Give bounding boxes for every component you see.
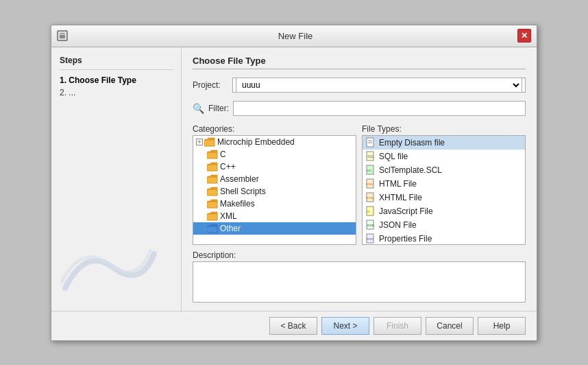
step-1-label: Choose File Type xyxy=(69,75,136,85)
step-2-number: 2. xyxy=(60,88,66,97)
filetypes-panel: File Types: Empty Disasm file SQ xyxy=(362,124,526,245)
filetype-empty-disasm[interactable]: Empty Disasm file xyxy=(363,136,525,150)
file-icon-html: HTML xyxy=(365,178,376,189)
step-2: 2. ... xyxy=(60,88,173,97)
filetype-html-label: HTML File xyxy=(379,179,417,189)
category-xml[interactable]: XML xyxy=(193,210,356,222)
project-row: Project: uuuu xyxy=(193,78,526,93)
filetypes-list: Empty Disasm file SQL SQL file xyxy=(362,135,526,245)
folder-icon-microchip xyxy=(204,137,215,147)
file-icon-javascript: JS xyxy=(365,206,376,217)
description-section: Description: xyxy=(193,250,526,303)
filetype-properties[interactable]: PROP Properties File xyxy=(363,232,525,245)
file-icon-json: JSON xyxy=(365,220,376,231)
category-other[interactable]: Other xyxy=(193,222,356,235)
help-button[interactable]: Help xyxy=(478,317,526,335)
filetype-javascript-label: JavaScript File xyxy=(379,207,433,216)
filetype-javascript[interactable]: JS JavaScript File xyxy=(363,204,525,218)
new-file-dialog: New File ✕ Steps 1. Choose File Type 2. … xyxy=(51,25,537,341)
category-c[interactable]: C xyxy=(193,148,356,161)
folder-icon-cpp xyxy=(207,162,218,172)
file-icon-scltemplate: SCL xyxy=(365,165,376,176)
category-makefiles[interactable]: Makefiles xyxy=(193,198,356,210)
description-box xyxy=(193,261,526,303)
categories-panel: Categories: + Microchip Embedded xyxy=(193,124,356,245)
folder-icon-makefiles xyxy=(207,199,218,209)
svg-text:JSON: JSON xyxy=(367,224,374,227)
svg-text:SCL: SCL xyxy=(367,169,373,172)
filetypes-label: File Types: xyxy=(362,124,526,134)
filetype-sql-label: SQL file xyxy=(379,152,408,161)
panels-row: Categories: + Microchip Embedded xyxy=(193,124,526,245)
file-icon-sql: SQL xyxy=(365,151,376,162)
content-area: Steps 1. Choose File Type 2. ... Choose … xyxy=(51,47,537,311)
project-label: Project: xyxy=(193,80,227,90)
project-select-wrapper[interactable]: uuuu xyxy=(232,78,526,93)
back-button[interactable]: < Back xyxy=(269,317,317,335)
cancel-button[interactable]: Cancel xyxy=(426,317,474,335)
title-bar: New File ✕ xyxy=(51,25,537,47)
svg-text:PROP: PROP xyxy=(367,238,374,241)
folder-icon-c xyxy=(207,150,218,159)
category-microchip[interactable]: + Microchip Embedded xyxy=(193,136,356,148)
footer: < Back Next > Finish Cancel Help xyxy=(51,311,537,340)
category-assembler[interactable]: Assembler xyxy=(193,173,356,185)
folder-icon-assembler xyxy=(207,174,218,184)
close-button[interactable]: ✕ xyxy=(517,29,531,43)
filetype-xhtml-label: XHTML File xyxy=(379,193,422,202)
section-title: Choose File Type xyxy=(193,56,526,69)
project-dropdown[interactable]: uuuu xyxy=(236,78,522,93)
dialog-title: New File xyxy=(73,31,517,41)
description-label: Description: xyxy=(193,250,526,260)
filetype-json[interactable]: JSON JSON File xyxy=(363,218,525,232)
category-shell-label: Shell Scripts xyxy=(220,187,266,196)
right-panel: Choose File Type Project: uuuu 🔍 Filter: xyxy=(182,47,537,311)
categories-label: Categories: xyxy=(193,124,356,134)
window-icon xyxy=(57,30,68,41)
category-assembler-label: Assembler xyxy=(220,174,259,184)
svg-text:XHTML: XHTML xyxy=(366,197,374,200)
svg-text:JS: JS xyxy=(367,210,370,213)
filter-row: 🔍 Filter: xyxy=(193,101,526,116)
svg-rect-0 xyxy=(59,32,66,39)
file-icon-xhtml: XHTML xyxy=(365,192,376,203)
category-other-label: Other xyxy=(220,224,241,233)
search-icon: 🔍 xyxy=(193,103,204,114)
finish-button[interactable]: Finish xyxy=(373,317,421,335)
filetype-json-label: JSON File xyxy=(379,220,417,230)
filetype-xhtml[interactable]: XHTML XHTML File xyxy=(363,191,525,204)
category-shell[interactable]: Shell Scripts xyxy=(193,185,356,198)
filetype-sql[interactable]: SQL SQL file xyxy=(363,150,525,163)
category-cpp[interactable]: C++ xyxy=(193,161,356,173)
filetype-properties-label: Properties File xyxy=(379,234,432,244)
title-bar-left xyxy=(57,30,73,41)
category-makefiles-label: Makefiles xyxy=(220,199,255,209)
folder-icon-shell xyxy=(207,187,218,196)
filetype-html[interactable]: HTML HTML File xyxy=(363,177,525,191)
expand-microchip-icon[interactable]: + xyxy=(196,139,203,145)
steps-title: Steps xyxy=(60,56,173,70)
category-cpp-label: C++ xyxy=(220,162,236,172)
watermark xyxy=(58,233,161,304)
filter-input[interactable] xyxy=(233,101,526,116)
step-2-label: ... xyxy=(69,88,75,97)
categories-list: + Microchip Embedded C xyxy=(193,135,356,245)
category-c-label: C xyxy=(220,150,226,159)
file-icon-properties: PROP xyxy=(365,233,376,244)
filetype-scltemplate-label: SclTemplate.SCL xyxy=(379,165,442,175)
svg-text:HTML: HTML xyxy=(366,182,374,186)
svg-text:SQL: SQL xyxy=(367,154,374,158)
filetype-empty-disasm-label: Empty Disasm file xyxy=(379,138,445,148)
step-1: 1. Choose File Type xyxy=(60,75,173,85)
category-xml-label: XML xyxy=(220,211,237,221)
category-microchip-label: Microchip Embedded xyxy=(217,137,295,147)
folder-icon-other xyxy=(207,224,218,233)
next-button[interactable]: Next > xyxy=(321,317,369,335)
file-icon-empty-disasm xyxy=(365,137,376,148)
folder-icon-xml xyxy=(207,211,218,221)
step-1-number: 1. xyxy=(60,75,66,85)
filetype-scltemplate[interactable]: SCL SclTemplate.SCL xyxy=(363,163,525,177)
filter-label: Filter: xyxy=(208,104,229,113)
steps-panel: Steps 1. Choose File Type 2. ... xyxy=(51,47,182,311)
